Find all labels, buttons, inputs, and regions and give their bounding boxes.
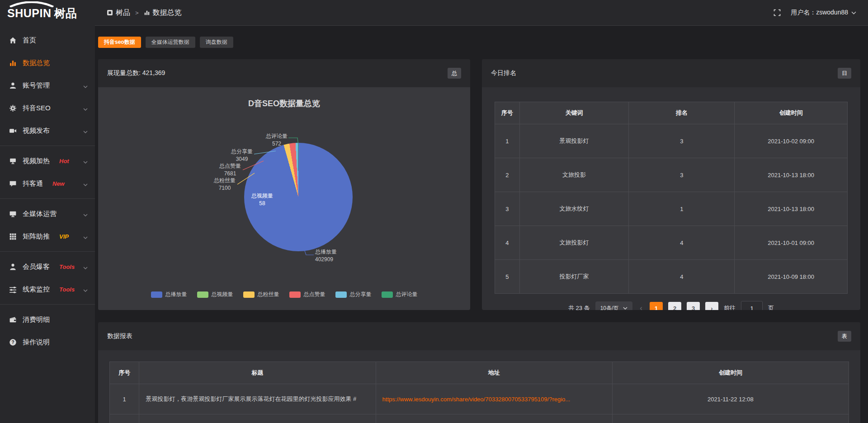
sidebar-item-member[interactable]: 会员爆客Tools [0, 255, 95, 278]
ranking-badge-button[interactable]: 日 [838, 68, 851, 79]
sidebar-item-question[interactable]: ?操作说明 [0, 331, 95, 353]
cell: 1 [495, 124, 520, 158]
sidebar-item-label: 视频加热 [23, 157, 50, 165]
top-right-tools: 用户名：zswodun88 [774, 9, 868, 17]
legend-item[interactable]: 总点赞量 [289, 291, 326, 298]
sidebar-divider [0, 198, 95, 199]
sidebar-item-video[interactable]: 视频发布 [0, 119, 95, 142]
page-button-3[interactable]: 3 [687, 302, 700, 310]
sidebar-item-home[interactable]: 首页 [0, 29, 95, 52]
page-button-1[interactable]: 1 [650, 302, 663, 310]
breadcrumb-separator: > [135, 9, 139, 16]
table-row: 5投影灯厂家42021-10-09 18:00 [495, 260, 848, 294]
cell-title: 景观投影灯，夜游景观投影灯厂家展示展示落花灯在花园里的灯光投影应用效果 # [139, 384, 376, 414]
chevron-down-icon [83, 286, 88, 293]
prev-page-button[interactable]: ‹ [638, 304, 644, 310]
report-link[interactable]: https://www.iesdouyin.com/share/video/70… [382, 396, 571, 403]
chevron-down-icon [83, 157, 88, 165]
fullscreen-icon[interactable] [774, 9, 781, 16]
table-header-row: 序号关键词排名创建时间 [495, 102, 848, 124]
user-menu[interactable]: 用户名：zswodun88 [791, 9, 856, 17]
tab-douyin-seo-data[interactable]: 抖音seo数据 [98, 37, 141, 48]
sidebar-item-chat[interactable]: 抖客通New [0, 172, 95, 195]
report-title: 数据报表 [107, 332, 132, 340]
pie-label-name: 总评论量 [266, 132, 288, 140]
chevron-down-icon [83, 210, 88, 218]
sidebar-item-sliders[interactable]: 线索监控Tools [0, 278, 95, 301]
logo-cn: 树品 [54, 7, 77, 19]
column-header: 标题 [139, 362, 376, 384]
sidebar-item-label: 抖客通 [23, 179, 43, 188]
sidebar-item-grid[interactable]: 矩阵助推VIP [0, 225, 95, 248]
cell: 5 [495, 260, 520, 294]
sidebar-item-badge: Hot [59, 158, 69, 164]
sidebar-item-user[interactable]: 账号管理 [0, 74, 95, 97]
cell: 景观投影灯 [519, 124, 629, 158]
legend-swatch [151, 291, 162, 298]
report-panel: 数据报表 表 序号标题地址创建时间1景观投影灯，夜游景观投影灯厂家展示展示落花灯… [98, 322, 860, 423]
column-header: 序号 [495, 102, 520, 124]
cell: 3 [629, 158, 735, 192]
sidebar-item-label: 会员爆客 [23, 263, 50, 271]
sidebar-item-monitor[interactable]: 全媒体运营 [0, 202, 95, 225]
legend-item[interactable]: 总视频量 [197, 291, 233, 298]
wallet-icon [9, 316, 17, 324]
sliders-icon [9, 286, 17, 293]
column-header: 序号 [110, 362, 139, 384]
cell: 文旅水纹灯 [519, 192, 629, 226]
column-header: 关键词 [519, 102, 629, 124]
sidebar-item-wallet[interactable]: 消费明细 [0, 308, 95, 331]
table-row: 3文旅水纹灯12021-10-13 18:00 [495, 192, 848, 226]
home-icon [9, 37, 17, 44]
svg-text:?: ? [11, 339, 14, 344]
report-badge-button[interactable]: 表 [838, 331, 851, 342]
top-header: SHUPIN树品 树品 > 数据总览 用户名：zswodun88 [0, 0, 868, 25]
legend-swatch [382, 291, 393, 298]
sidebar: 首页数据总览账号管理抖音SEO视频发布视频加热Hot抖客通New全媒体运营矩阵助… [0, 25, 95, 423]
page-button-2[interactable]: 2 [668, 302, 681, 310]
overview-badge-button[interactable]: 总 [448, 68, 461, 79]
next-page-button[interactable]: › [705, 302, 718, 310]
pie-label-2: 总粉丝量7100 [214, 177, 236, 192]
column-header: 创建时间 [612, 362, 849, 384]
tab-inquiry-data[interactable]: 询盘数据 [200, 37, 233, 48]
sidebar-item-bar-chart[interactable]: 数据总览 [0, 52, 95, 74]
logo-en: SHUPIN [7, 7, 51, 19]
question-icon: ? [9, 338, 17, 346]
page-unit-label: 页 [768, 304, 774, 310]
sidebar-item-badge: VIP [59, 233, 69, 240]
member-icon [9, 263, 17, 271]
goto-page-input[interactable] [741, 301, 763, 310]
sidebar-item-badge: New [52, 180, 65, 187]
chevron-down-icon [83, 127, 88, 135]
sidebar-divider [0, 251, 95, 252]
sidebar-item-heat[interactable]: 视频加热Hot [0, 150, 95, 172]
legend-item[interactable]: 总粉丝量 [243, 291, 279, 298]
video-icon [9, 127, 17, 135]
cell: 文旅投影灯 [519, 226, 629, 260]
breadcrumb: 树品 > 数据总览 [95, 8, 182, 18]
cell: 投影灯厂家 [519, 260, 629, 294]
table-row: 4文旅投影灯42021-10-01 09:00 [495, 226, 848, 260]
ranking-table: 序号关键词排名创建时间1景观投影灯32021-10-02 09:002文旅投影3… [495, 102, 848, 294]
legend-swatch [197, 291, 208, 298]
sidebar-item-gear[interactable]: 抖音SEO [0, 97, 95, 119]
sidebar-item-badge: Tools [59, 263, 75, 270]
pie-label-4: 总分享量3049 [231, 148, 253, 163]
legend-item[interactable]: 总分享量 [335, 291, 372, 298]
tab-media-operation-data[interactable]: 全媒体运营数据 [146, 37, 195, 48]
page-size-select[interactable]: 10条/页 [595, 301, 633, 310]
user-label: 用户名：zswodun88 [791, 9, 848, 17]
pie-label-value: 58 [251, 200, 273, 207]
chat-icon [9, 180, 17, 188]
legend-label: 总分享量 [350, 291, 372, 298]
legend-item[interactable]: 总评论量 [382, 291, 418, 298]
legend-item[interactable]: 总播放量 [151, 291, 187, 298]
breadcrumb-root[interactable]: 树品 [107, 8, 130, 18]
user-icon [9, 82, 17, 89]
sidebar-item-label: 账号管理 [23, 81, 50, 90]
pie-label-value: 572 [266, 140, 288, 148]
breadcrumb-current[interactable]: 数据总览 [144, 8, 182, 18]
cell: 2021-10-01 09:00 [735, 226, 848, 260]
table-header-row: 序号标题地址创建时间 [110, 362, 849, 384]
